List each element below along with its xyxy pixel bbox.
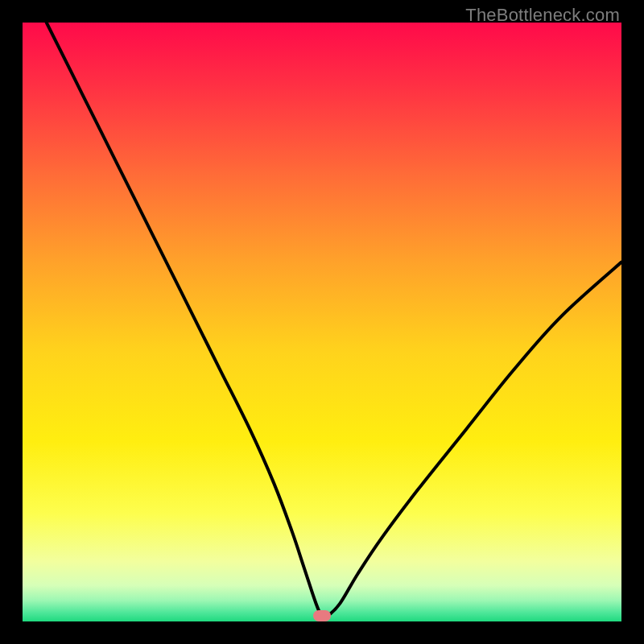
gradient-background	[23, 23, 621, 621]
chart-svg	[23, 23, 621, 621]
optimal-marker	[313, 610, 331, 621]
plot-area	[23, 23, 621, 621]
chart-frame: TheBottleneck.com	[0, 0, 644, 644]
